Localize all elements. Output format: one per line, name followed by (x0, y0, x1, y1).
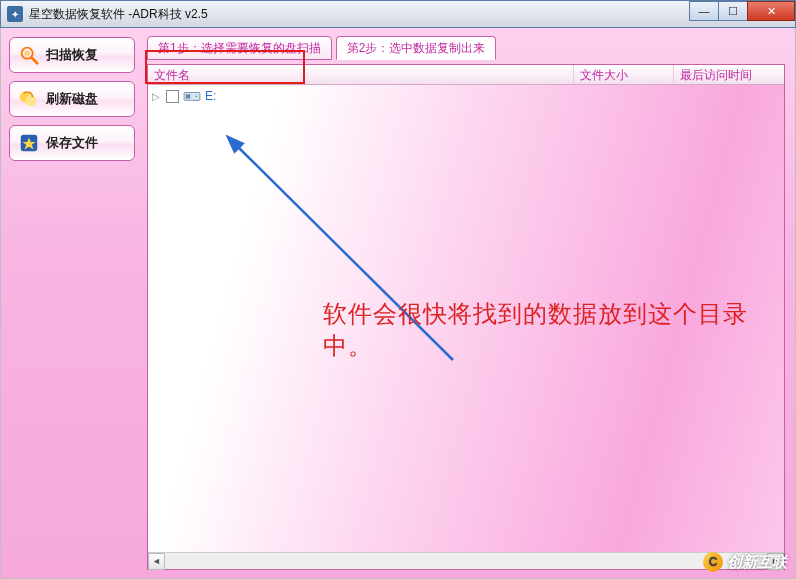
save-icon (18, 132, 40, 154)
sidebar: 扫描恢复 刷新磁盘 保存文件 (1, 28, 143, 578)
column-lastaccess[interactable]: 最后访问时间 (674, 65, 784, 84)
horizontal-scrollbar[interactable]: ◄ ► (148, 552, 784, 569)
annotation-arrow (218, 135, 498, 375)
drive-checkbox[interactable] (166, 90, 179, 103)
drive-row[interactable]: ▷ E: (148, 85, 784, 107)
button-label: 扫描恢复 (46, 46, 98, 64)
tab-label: 第2步：选中数据复制出来 (347, 40, 486, 57)
titlebar: ✦ 星空数据恢复软件 -ADR科技 v2.5 — ☐ ✕ (0, 0, 796, 28)
minimize-button[interactable]: — (689, 1, 719, 21)
button-label: 刷新磁盘 (46, 90, 98, 108)
maximize-button[interactable]: ☐ (718, 1, 748, 21)
watermark-text: 创新互联 (727, 553, 787, 572)
magnifier-icon (18, 44, 40, 66)
watermark: C 创新互联 (703, 552, 787, 572)
close-button[interactable]: ✕ (747, 1, 795, 21)
tabs: 第1步：选择需要恢复的盘扫描 第2步：选中数据复制出来 (147, 36, 785, 60)
window-controls: — ☐ ✕ (690, 1, 795, 21)
tab-step1[interactable]: 第1步：选择需要恢复的盘扫描 (147, 36, 332, 60)
svg-line-1 (32, 58, 38, 64)
svg-point-2 (24, 50, 30, 56)
file-panel: 文件名 文件大小 最后访问时间 ▷ E: (147, 64, 785, 570)
column-filesize[interactable]: 文件大小 (574, 65, 674, 84)
drive-label: E: (205, 89, 216, 103)
svg-point-4 (25, 95, 36, 106)
svg-line-10 (236, 145, 453, 360)
save-file-button[interactable]: 保存文件 (9, 125, 135, 161)
svg-rect-8 (186, 94, 190, 98)
window-title: 星空数据恢复软件 -ADR科技 v2.5 (29, 6, 208, 23)
refresh-disk-button[interactable]: 刷新磁盘 (9, 81, 135, 117)
expand-icon[interactable]: ▷ (152, 91, 162, 102)
refresh-icon (18, 88, 40, 110)
file-list-body[interactable]: ▷ E: (148, 85, 784, 552)
watermark-logo-icon: C (703, 552, 723, 572)
scroll-left-button[interactable]: ◄ (148, 553, 165, 570)
svg-point-9 (196, 96, 198, 98)
drive-icon (183, 89, 201, 103)
column-filename[interactable]: 文件名 (148, 65, 574, 84)
button-label: 保存文件 (46, 134, 98, 152)
scan-recover-button[interactable]: 扫描恢复 (9, 37, 135, 73)
app-icon: ✦ (7, 6, 23, 22)
main-panel: 第1步：选择需要恢复的盘扫描 第2步：选中数据复制出来 文件名 文件大小 最后访… (143, 28, 795, 578)
tab-label: 第1步：选择需要恢复的盘扫描 (158, 40, 321, 57)
client-area: 扫描恢复 刷新磁盘 保存文件 第1 (0, 28, 796, 579)
file-list-header: 文件名 文件大小 最后访问时间 (148, 65, 784, 85)
tab-step2[interactable]: 第2步：选中数据复制出来 (336, 36, 497, 60)
